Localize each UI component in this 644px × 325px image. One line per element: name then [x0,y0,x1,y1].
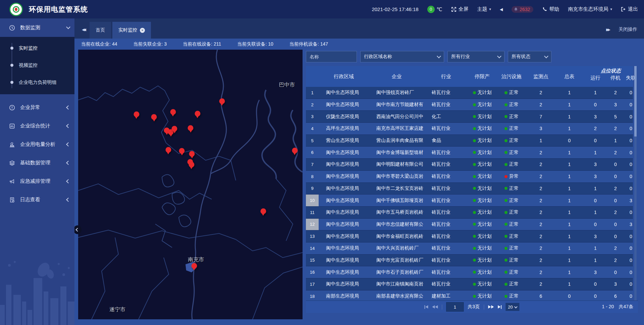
help-button[interactable]: 帮助 [542,6,559,12]
cell-points: 7 [527,111,555,122]
phone-icon [542,7,547,12]
sidebar-item-power-analysis[interactable]: 企业用电量分析 [0,135,74,154]
table-row[interactable]: 2阆中生态环境局阆中市南方节能建材有砖瓦行业无计划正常21030 [306,99,633,111]
tabs-scroll-right-icon[interactable]: ▶▶ [606,28,609,32]
logout-button[interactable]: 退出 [621,6,638,12]
table-row[interactable]: 12阆中生态环境局阆中市忠信建材有限公砖瓦行业无计划正常21003 [306,219,633,231]
cell-points: 2 [527,147,555,158]
status-dot-green [473,175,476,178]
sidebar-item-data-monitoring[interactable]: 数据监测 [0,18,74,37]
sidebar-item-enterprise-statistics[interactable]: 企业综合统计 [0,117,74,135]
tab-realtime-monitoring[interactable]: 实时监控 × [112,22,151,39]
table-row[interactable]: 7阆中生态环境局阆中明阳建材有限公司砖瓦行业无计划正常21300 [306,159,633,171]
table-row[interactable]: 16阆中生态环境局阆中市石子页岩机砖厂砖瓦行业无计划正常21300 [306,266,633,278]
fullscreen-icon [451,7,457,12]
col-points: 监测点 [527,66,555,87]
sidebar-item-log-view[interactable]: 日志查看 [0,191,74,209]
tab-home[interactable]: 首页 [90,22,111,39]
table-row[interactable]: 14阆中生态环境局阆中大兴页岩机砖厂砖瓦行业无计划正常21120 [306,242,633,255]
temperature-unit: ℃ [437,6,442,12]
sidebar-item-base-data[interactable]: 基础数据管理 [0,154,74,172]
map-pin[interactable] [188,125,194,131]
cell-meters: 1 [555,171,584,182]
map-pin[interactable] [189,162,194,167]
cell-company: 南充市高坪区王家店建 [369,123,424,134]
cell-company: 阆中市南方节能建材有 [369,99,424,111]
cell-meters: 1 [555,99,584,111]
table-row[interactable]: 1阆中生态环境局阆中强锐页岩砖厂砖瓦行业无计划正常21120 [306,87,633,99]
table-row[interactable]: 8阆中生态环境局阆中市枣碧大梁山页岩砖瓦行业无计划异常21300 [306,171,633,183]
first-page-button[interactable] [424,305,428,309]
cell-meters: 1 [555,219,584,230]
close-operations-button[interactable]: 关闭操作 [619,26,637,33]
table-row[interactable]: 3仪陇生态环境局西南油气田分公司川中化工无计划正常71350 [306,111,633,123]
table-row[interactable]: 17阆中生态环境局阆中市江南镇阆南页岩砖瓦行业无计划正常21030 [306,278,633,290]
sidebar-item-enterprise-anomaly[interactable]: 企业异常 [0,98,74,117]
speaker-icon[interactable]: ◀ [500,7,503,12]
cell-meters: 1 [555,207,584,218]
status-dot-green [504,91,507,94]
org-dropdown[interactable]: 南充市生态环境局 ▾ [568,6,612,12]
cell-facility: 正常 [496,123,527,134]
map-pin[interactable] [133,111,139,117]
map-pin[interactable] [195,111,200,116]
cell-stop: 0 [607,230,624,242]
page-size-select[interactable]: 20 [505,303,519,311]
layers-icon [9,160,15,166]
table-row[interactable]: 18南部生态环境局南部县建华水泥有限公建材加工无计划正常60060 [306,290,633,301]
scrollbar-thumb[interactable] [634,66,637,137]
cell-run: 3 [584,159,607,170]
cell-plan: 无计划 [468,266,496,278]
page-number-input[interactable] [446,302,464,312]
table-row[interactable]: 5营山生态环境局营山县润丰肉食品有限食品无计划正常10010 [306,135,633,147]
cell-region: 阆中生态环境局 [319,255,369,266]
map-geography [78,50,303,319]
map-pin[interactable] [172,126,177,131]
cell-meters: 1 [555,278,584,290]
chevron-left-icon [66,124,70,128]
map-pin[interactable] [179,148,185,154]
table-row[interactable]: 9阆中生态环境局阆中市二龙长宝页岩砖砖瓦行业无计划正常21120 [306,183,633,195]
last-page-button[interactable] [498,305,501,309]
status-dot-green [473,163,476,166]
region-filter-select[interactable]: 行政区域名称 [360,51,444,62]
map-pin[interactable] [189,151,195,157]
sidebar-collapse-button[interactable] [73,225,82,234]
fullscreen-button[interactable]: 全屏 [451,6,469,12]
theme-dropdown[interactable]: 主题 ▾ [477,6,491,12]
cell-lost: 0 [624,123,633,134]
table-row[interactable]: 10阆中生态环境局阆中千佛镇五郎垭页岩砖瓦行业无计划正常21003 [306,195,633,207]
sidebar-item-emergency-reduction[interactable]: 应急减排管理 [0,172,74,191]
table-row[interactable]: 15阆中生态环境局阆中市光富页岩机砖厂砖瓦行业无计划正常21120 [306,255,633,267]
sidebar-item-power-load-detail[interactable]: 企业电力负荷明细 [0,74,74,91]
name-filter-input[interactable] [306,54,357,59]
sidebar-item-realtime-monitoring[interactable]: 实时监控 [0,40,74,57]
map-pin[interactable] [191,263,197,269]
tabs-scroll-left-icon[interactable]: ◀◀ [82,28,85,32]
cell-stop: 6 [607,290,624,301]
table-row[interactable]: 4高坪生态环境局南充市高坪区王家店建砖瓦行业无计划正常31220 [306,123,633,135]
sidebar-item-video-monitoring[interactable]: 视频监控 [0,57,74,74]
cell-index: 15 [306,255,319,266]
prev-page-button[interactable] [432,305,438,309]
cell-facility: 正常 [496,219,527,230]
industry-filter-select[interactable]: 所有行业 [447,51,504,62]
map-pin[interactable] [151,114,157,120]
notification-badge[interactable]: 2632 [512,6,533,13]
cell-facility: 正常 [496,255,527,266]
status-filter-select[interactable]: 所有状态 [508,51,551,62]
next-page-button[interactable] [488,305,494,309]
map-pin[interactable] [219,98,225,104]
table-row[interactable]: 13阆中生态环境局阆中市金福旺页岩机砖砖瓦行业无计划正常21300 [306,230,633,242]
table-scrollbar[interactable] [634,66,637,301]
close-icon[interactable]: × [140,28,145,33]
map-pin[interactable] [260,208,266,214]
map-panel[interactable]: 巴中市 南充市 遂宁市 [78,50,303,319]
map-pin[interactable] [170,109,176,115]
map-pin[interactable] [292,148,298,153]
table-row[interactable]: 11阆中生态环境局阆中市五马桥页岩机砖砖瓦行业无计划正常21120 [306,207,633,219]
cell-region: 阆中生态环境局 [319,99,369,111]
table-row[interactable]: 6阆中生态环境局阆中市金博瑞新型墙材砖瓦行业无计划正常21120 [306,147,633,159]
map-label-suining: 遂宁市 [109,306,125,313]
map-pin[interactable] [165,147,171,153]
